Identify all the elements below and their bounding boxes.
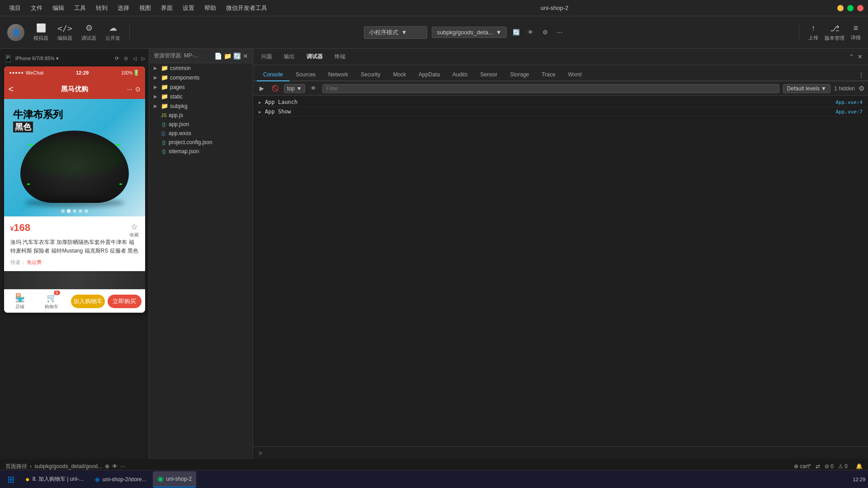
phone-model-label[interactable]: iPhone 6/7/8 85% ▾	[15, 56, 59, 61]
entry-link[interactable]: App.vue:7	[835, 109, 863, 115]
carousel-dot-3[interactable]	[73, 209, 76, 213]
path-select[interactable]: subpkg/goods_deta... ▼	[432, 27, 506, 38]
detail-button[interactable]: ≡ 详情	[851, 23, 861, 41]
tab-console[interactable]: Console	[257, 69, 289, 81]
new-folder-icon[interactable]: 📁	[224, 52, 231, 60]
add-to-cart-button[interactable]: 加入购物车	[71, 295, 105, 308]
maximize-button[interactable]	[847, 5, 854, 11]
phone-back-icon[interactable]: ◁	[133, 56, 137, 61]
menu-select[interactable]: 选择	[113, 2, 134, 14]
tab-network[interactable]: Network	[322, 69, 354, 81]
tool-editor[interactable]: </> 编辑器	[57, 23, 72, 42]
tree-folder-pages[interactable]: ▶ 📁 pages	[149, 82, 253, 92]
menu-file[interactable]: 文件	[26, 2, 47, 14]
refresh-button[interactable]: 🔄	[511, 28, 521, 38]
console-filter-input[interactable]	[322, 84, 779, 93]
menu-view[interactable]: 视图	[135, 2, 156, 14]
tree-folder-common[interactable]: ▶ 📁 common	[149, 63, 253, 73]
tree-file-appwxss[interactable]: ▶ {}: app.wxss	[149, 129, 253, 138]
settings-button[interactable]: ⚙	[540, 28, 550, 38]
new-file-icon[interactable]: 📄	[214, 52, 222, 60]
tab-security[interactable]: Security	[354, 69, 387, 81]
more-button[interactable]: ⋯	[555, 28, 565, 38]
menu-tools[interactable]: 工具	[70, 2, 90, 14]
phone-circle-icon[interactable]: ⊙	[135, 85, 141, 93]
console-entry-app-launch[interactable]: ▶ App Launch App.vue:4	[253, 98, 868, 107]
entry-arrow-icon[interactable]: ▶	[259, 109, 261, 114]
start-button[interactable]: ⊞	[3, 471, 19, 488]
tool-debugger[interactable]: ⚙ 调试器	[81, 23, 96, 42]
menu-interface[interactable]: 界面	[156, 2, 177, 14]
menu-goto[interactable]: 转到	[91, 2, 112, 14]
tab-tiaoshi[interactable]: 调试器	[304, 51, 326, 62]
execute-js-button[interactable]: ▶	[257, 84, 267, 94]
minimize-button[interactable]	[837, 5, 844, 11]
tab-shuchu[interactable]: 输出	[281, 51, 297, 62]
clear-console-button[interactable]: 🚫	[270, 84, 280, 94]
more-path-icon[interactable]: ···	[120, 463, 125, 469]
product-carousel[interactable]: 牛津布系列 黑色	[4, 99, 145, 216]
tab-appdata[interactable]: AppData	[412, 69, 446, 81]
context-selector[interactable]: top ▼	[284, 84, 305, 93]
tree-file-appjs[interactable]: ▶ JS app.js	[149, 111, 253, 120]
version-button[interactable]: ⎇ 版本管理	[825, 23, 844, 42]
buy-now-button[interactable]: 立即购买	[108, 295, 142, 308]
copy-path-icon[interactable]: ⊕	[105, 463, 109, 469]
favorite-action[interactable]: ☆ 收藏	[130, 222, 139, 238]
phone-rotate-icon[interactable]: ⟳	[115, 56, 119, 61]
avatar[interactable]: 👤	[7, 24, 24, 41]
close-button[interactable]	[857, 5, 863, 11]
eye-path-icon[interactable]: 👁	[112, 463, 118, 469]
tree-folder-static[interactable]: ▶ 📁 static	[149, 92, 253, 101]
preview-button[interactable]: 👁	[526, 28, 536, 38]
tab-audits[interactable]: Audits	[446, 69, 474, 81]
phone-more-icon[interactable]: ···	[127, 85, 132, 93]
carousel-dot-4[interactable]	[79, 209, 82, 213]
console-input[interactable]	[265, 450, 863, 456]
tree-file-sitemap[interactable]: ▶ {} sitemap.json	[149, 147, 253, 156]
carousel-dot-2[interactable]	[67, 209, 71, 213]
console-settings-icon[interactable]: ⚙	[859, 84, 864, 93]
tab-trace[interactable]: Trace	[535, 69, 561, 81]
menu-wechat-dev[interactable]: 微信开发者工具	[222, 2, 272, 14]
upload-button[interactable]: ↑ 上传	[808, 23, 818, 41]
eye-filter-button[interactable]: 👁	[309, 84, 319, 94]
refresh-tree-icon[interactable]: 🔄	[233, 52, 241, 60]
tab-sensor[interactable]: Sensor	[474, 69, 504, 81]
tool-simulator[interactable]: ⬜ 模拟器	[33, 23, 48, 42]
menu-settings[interactable]: 设置	[178, 2, 199, 14]
tab-cart[interactable]: 🛒 9 购物车	[36, 293, 67, 310]
tree-file-appjson[interactable]: ▶ {} app.json	[149, 120, 253, 129]
console-entry-app-show[interactable]: ▶ App Show App.vue:7	[253, 107, 868, 117]
menu-project[interactable]: 项目	[5, 2, 25, 14]
entry-link[interactable]: App.vue:4	[835, 99, 863, 105]
entry-arrow-icon[interactable]: ▶	[259, 100, 261, 105]
phone-forward-icon[interactable]: ▷	[142, 56, 145, 61]
tab-sources[interactable]: Sources	[289, 69, 322, 81]
tab-storage[interactable]: Storage	[504, 69, 535, 81]
menu-help[interactable]: 帮助	[200, 2, 221, 14]
page-path-label[interactable]: 页面路径	[5, 463, 27, 470]
tab-zhong[interactable]: 终端	[332, 51, 348, 62]
tool-cloud[interactable]: ☁ 云开发	[105, 23, 120, 42]
collapse-tree-icon[interactable]: ✕	[243, 52, 248, 60]
tab-wenti[interactable]: 问题	[259, 51, 275, 62]
phone-back-button[interactable]: <	[9, 84, 14, 94]
tree-file-projectconfig[interactable]: ▶ {} project.config.json	[149, 138, 253, 147]
taskbar-app-vscode[interactable]: ◈ uni-shop-2/store...	[90, 471, 151, 488]
taskbar-app-wechat[interactable]: ◉ uni-shop-2	[153, 471, 197, 488]
taskbar-app-chrome[interactable]: ● 8. 加入购物车 | uni-...	[21, 471, 88, 488]
tab-shop[interactable]: 🏪 店铺	[4, 293, 36, 310]
notification-icon[interactable]: 🔔	[856, 463, 863, 469]
tree-folder-components[interactable]: ▶ 📁 components	[149, 73, 253, 82]
carousel-dot-5[interactable]	[85, 209, 88, 213]
more-tabs-icon[interactable]: ⋮	[858, 71, 864, 79]
tab-wxml[interactable]: Wxml	[561, 69, 588, 81]
default-levels-select[interactable]: Default levels ▼	[783, 84, 830, 93]
carousel-dot-1[interactable]	[61, 209, 65, 213]
close-devtools-icon[interactable]: ✕	[858, 53, 863, 60]
phone-screenshot-icon[interactable]: ⊙	[124, 56, 128, 61]
mode-select[interactable]: 小程序模式 ▼	[364, 26, 427, 39]
menu-edit[interactable]: 编辑	[48, 2, 69, 14]
tree-folder-subpkg[interactable]: ▶ 📁 subpkg	[149, 101, 253, 111]
